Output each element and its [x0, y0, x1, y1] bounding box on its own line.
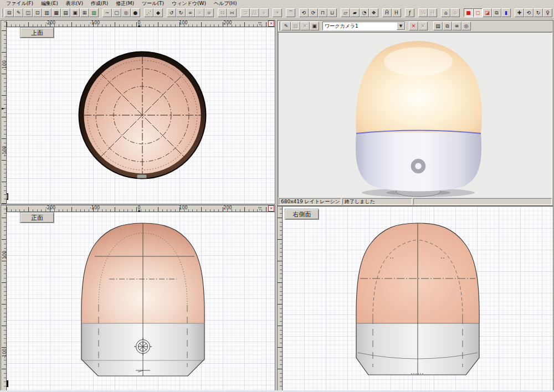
solid-view-icon[interactable]: ■: [464, 8, 473, 17]
blend-icon[interactable]: ◉: [204, 8, 214, 17]
menu-item-5[interactable]: ツール(T): [138, 0, 168, 7]
viewport-front-canvas[interactable]: 正面: [7, 212, 275, 391]
pan-icon[interactable]: ✚: [515, 8, 524, 17]
toolbar-drag-handle[interactable]: [2, 8, 3, 17]
ribbon-icon[interactable]: ⊟: [4, 8, 14, 17]
viewport-top-hruler[interactable]: -200-1000100200▽▲: [7, 20, 275, 27]
viewport-top-label[interactable]: 上面: [20, 28, 54, 38]
toolbar-group-navigation: ✚⟲↻♀: [515, 8, 552, 17]
abort-render-icon[interactable]: ✕: [409, 22, 418, 30]
pencil-box-icon[interactable]: ✎: [14, 8, 23, 17]
toolbar-group-effects: ☀: [273, 8, 282, 17]
mirror-h-icon[interactable]: Ĥ: [382, 8, 392, 17]
abort2-icon[interactable]: ✕: [418, 22, 428, 30]
render-start-icon[interactable]: ✎: [281, 22, 291, 30]
dual-pane-icon[interactable]: ◫: [23, 8, 33, 17]
chevron-down-icon[interactable]: ▼: [397, 22, 405, 30]
arc-tool-icon[interactable]: ⌒: [286, 8, 295, 17]
menu-item-6[interactable]: ウィンドウ(W): [168, 0, 210, 7]
sweep-ccw-icon[interactable]: ⟲: [299, 8, 309, 17]
viewport-side-canvas[interactable]: 右側面: [283, 207, 553, 391]
render-toolbar: ✎▨✕▣ ワークカメラ1 ▼ ✕✕ ▤⧉≡◎: [278, 20, 553, 32]
hatch-icon[interactable]: ⋰: [144, 8, 153, 17]
render-image[interactable]: [278, 32, 552, 198]
node-icon[interactable]: ⊐: [240, 8, 250, 17]
subdiv2-icon[interactable]: Ḩ: [428, 8, 437, 17]
polyline-icon[interactable]: ~: [102, 8, 112, 17]
gauge-icon[interactable]: ◔: [360, 8, 369, 17]
ruler-bars-icon[interactable]: ▥: [42, 8, 52, 17]
viewport-front-vruler[interactable]: 100-100: [1, 205, 7, 391]
viewport-front-hruler[interactable]: -200-1000100200▽▲: [7, 205, 275, 212]
roll-icon[interactable]: ↻: [534, 8, 543, 17]
wireframe-view-icon[interactable]: ◻: [473, 8, 483, 17]
print-preview-icon[interactable]: ◎: [461, 22, 471, 30]
list-panel-icon[interactable]: ▤: [61, 8, 70, 17]
render-image-icon[interactable]: ▣: [310, 22, 319, 30]
home2-icon[interactable]: ⌂: [450, 8, 460, 17]
fan-icon[interactable]: ❖: [369, 8, 378, 17]
viewport-top-canvas[interactable]: 上面: [7, 27, 275, 204]
print-icon[interactable]: ≡: [452, 22, 461, 30]
menu-item-7[interactable]: ヘルプ(H): [210, 0, 240, 7]
light-icon[interactable]: ♀: [543, 8, 552, 17]
sunburst-icon[interactable]: ☀: [273, 8, 282, 17]
rounded-rect-icon[interactable]: ▢: [112, 8, 121, 17]
rotate-ccw-icon[interactable]: ↺: [167, 8, 176, 17]
ruler-corner-icon[interactable]: ✕: [268, 205, 274, 212]
camera-select[interactable]: ワークカメラ1 ▼: [322, 22, 406, 30]
image-grid-icon[interactable]: ▦: [52, 8, 61, 17]
toolbar-group-structure: ⊐品⋄: [240, 8, 269, 17]
ruler-corner-icon[interactable]: ✕: [268, 20, 274, 27]
window-icon[interactable]: ⊡: [33, 8, 42, 17]
menu-item-0[interactable]: ファイル(F): [2, 0, 37, 7]
ruler-marker[interactable]: ▽: [258, 206, 261, 211]
viewport-side[interactable]: 右側面: [277, 206, 553, 391]
color-panel-icon[interactable]: ▨: [89, 8, 99, 17]
ruler-label: 100: [179, 20, 187, 25]
viewport-front-label[interactable]: 正面: [20, 213, 54, 223]
menu-item-1[interactable]: 編集(E): [37, 0, 62, 7]
dark-sphere-icon[interactable]: ◆: [153, 8, 163, 17]
link-icon[interactable]: ∞: [186, 8, 195, 17]
subdiv-icon[interactable]: ¼: [418, 8, 428, 17]
disc-icon[interactable]: ◎: [121, 8, 131, 17]
copy-image-icon[interactable]: ⧉: [443, 22, 452, 30]
group-icon[interactable]: 品: [250, 8, 259, 17]
grid-s-icon[interactable]: ⊞: [80, 8, 89, 17]
render-toolbar-handle[interactable]: [278, 22, 280, 30]
unlink-icon[interactable]: ∝: [195, 8, 204, 17]
ruler-pointer[interactable]: ►: [2, 106, 4, 111]
menu-item-2[interactable]: 表示(V): [62, 0, 87, 7]
cascade-view-icon[interactable]: ⧉: [492, 8, 501, 17]
flow-icon[interactable]: ⋄: [259, 8, 269, 17]
orbit-icon[interactable]: ⟲: [524, 8, 534, 17]
hiddenline-view-icon[interactable]: ◪: [483, 8, 492, 17]
field-icon[interactable]: ƒ: [405, 8, 414, 17]
copy-shape-icon[interactable]: ▱: [341, 8, 350, 17]
rotate-cw-icon[interactable]: ↻: [176, 8, 186, 17]
ruler-marker[interactable]: ▽: [258, 21, 261, 26]
extrude-up-icon[interactable]: ⊓: [318, 8, 327, 17]
sphere-icon[interactable]: ●: [131, 8, 140, 17]
extrude-down-icon[interactable]: ⊔: [327, 8, 337, 17]
viewport-side-vruler[interactable]: [278, 207, 283, 391]
mirror-v-icon[interactable]: H: [392, 8, 401, 17]
home-icon[interactable]: ⌂: [441, 8, 450, 17]
save-image-icon[interactable]: ▤: [433, 22, 443, 30]
texture-view-icon[interactable]: ▮: [501, 8, 511, 17]
text-panel-icon[interactable]: ▣: [70, 8, 80, 17]
menu-item-3[interactable]: 作成(R): [87, 0, 112, 7]
viewport-side-label[interactable]: 右側面: [285, 209, 319, 219]
uv-grid-icon[interactable]: ∷: [218, 8, 227, 17]
render-clear-icon[interactable]: ✕: [300, 22, 310, 30]
sweep-cw-icon[interactable]: ⟳: [309, 8, 318, 17]
uv-grid2-icon[interactable]: ∺: [227, 8, 237, 17]
viewport-top-vruler[interactable]: 100-100►: [1, 20, 7, 204]
viewport-front[interactable]: -200-1000100200▽▲ 100-100 ✕ 正面: [1, 205, 275, 391]
render-brush-icon[interactable]: ▨: [291, 22, 300, 30]
copy-shape2-icon[interactable]: ▰: [350, 8, 360, 17]
menu-item-4[interactable]: 修正(M): [112, 0, 138, 7]
viewport-render[interactable]: ✎▨✕▣ ワークカメラ1 ▼ ✕✕ ▤⧉≡◎: [277, 20, 553, 206]
viewport-top[interactable]: -200-1000100200▽▲ 100-100► ✕ 上面: [1, 20, 275, 204]
